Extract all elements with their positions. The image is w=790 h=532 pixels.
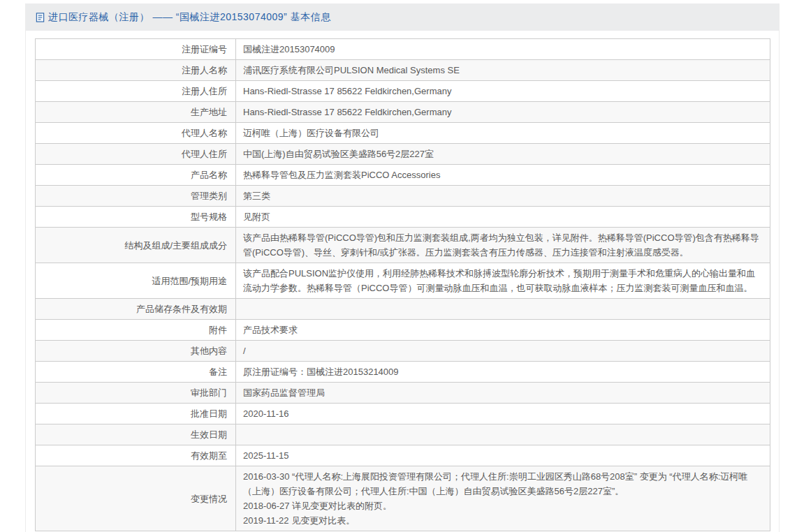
row-value: 国家药品监督管理局 xyxy=(236,383,770,404)
table-row: 变更情况2016-03-30 “代理人名称:上海展阳投资管理有限公司；代理人住所… xyxy=(36,466,770,531)
table-row: 备注原注册证编号：国械注进20153214009 xyxy=(36,362,770,383)
table-row: 注册人名称浦讯医疗系统有限公司PULSION Medical Systems S… xyxy=(36,60,770,81)
table-row: 结构及组成/主要组成成分该产品由热稀释导管(PiCCO导管)包和压力监测套装组成… xyxy=(36,228,770,263)
row-value xyxy=(236,299,770,320)
row-value xyxy=(236,424,770,445)
row-label: 产品名称 xyxy=(36,165,236,186)
table-row: 其他内容/ xyxy=(36,341,770,362)
row-label: 结构及组成/主要组成成分 xyxy=(36,228,236,263)
row-value: 原注册证编号：国械注进20153214009 xyxy=(236,362,770,383)
row-value: 迈柯唯（上海）医疗设备有限公司 xyxy=(236,123,770,144)
registration-info-table: 注册证编号国械注进20153074009注册人名称浦讯医疗系统有限公司PULSI… xyxy=(35,38,770,531)
table-row: 代理人住所中国(上海)自由贸易试验区美盛路56号2层227室 xyxy=(36,144,770,165)
table-row: 注册人住所Hans-Riedl-Strasse 17 85622 Feldkir… xyxy=(36,81,770,102)
row-label: 注册人住所 xyxy=(36,81,236,102)
registration-table-body: 注册证编号国械注进20153074009注册人名称浦讯医疗系统有限公司PULSI… xyxy=(36,39,770,531)
row-label: 注册证编号 xyxy=(36,39,236,60)
row-value: 浦讯医疗系统有限公司PULSION Medical Systems SE xyxy=(236,60,770,81)
row-label: 附件 xyxy=(36,320,236,341)
row-label: 型号规格 xyxy=(36,207,236,228)
table-row: 生效日期 xyxy=(36,424,770,445)
row-label: 有效期至 xyxy=(36,445,236,466)
row-value: 见附页 xyxy=(236,207,770,228)
row-label: 审批部门 xyxy=(36,383,236,404)
table-row: 批准日期2020-11-16 xyxy=(36,404,770,424)
row-label: 批准日期 xyxy=(36,404,236,424)
row-value: 产品技术要求 xyxy=(236,320,770,341)
page-header: 进口医疗器械（注册） —— “国械注进20153074009” 基本信息 xyxy=(26,3,779,31)
row-label: 代理人住所 xyxy=(36,144,236,165)
row-label: 管理类别 xyxy=(36,186,236,207)
page-title: 进口医疗器械（注册） —— “国械注进20153074009” 基本信息 xyxy=(48,11,331,24)
page: 进口医疗器械（注册） —— “国械注进20153074009” 基本信息 注册证… xyxy=(0,0,790,532)
row-label: 备注 xyxy=(36,362,236,383)
table-row: 附件产品技术要求 xyxy=(36,320,770,341)
table-row: 代理人名称迈柯唯（上海）医疗设备有限公司 xyxy=(36,123,770,144)
row-label: 生效日期 xyxy=(36,424,236,445)
table-row: 注册证编号国械注进20153074009 xyxy=(36,39,770,60)
row-value: 2016-03-30 “代理人名称:上海展阳投资管理有限公司；代理人住所:崇明工… xyxy=(236,466,770,531)
row-value: 2025-11-15 xyxy=(236,445,770,466)
row-label: 产品储存条件及有效期 xyxy=(36,299,236,320)
table-row: 生产地址Hans-Riedl-Strasse 17 85622 Feldkirc… xyxy=(36,102,770,123)
row-value: 第三类 xyxy=(236,186,770,207)
document-icon xyxy=(35,12,45,23)
row-value: 热稀释导管包及压力监测套装PiCCO Accessories xyxy=(236,165,770,186)
row-value: 该产品配合PULSION监护仪使用，利用经肺热稀释技术和脉搏波型轮廓分析技术，预… xyxy=(236,263,770,299)
row-value: 2020-11-16 xyxy=(236,404,770,424)
table-row: 审批部门国家药品监督管理局 xyxy=(36,383,770,404)
table-row: 产品储存条件及有效期 xyxy=(36,299,770,320)
row-label: 变更情况 xyxy=(36,466,236,531)
row-label: 适用范围/预期用途 xyxy=(36,263,236,299)
row-value: / xyxy=(236,341,770,362)
value-line: 2018-06-27 详见变更对比表的附页。 xyxy=(243,498,761,513)
row-label: 注册人名称 xyxy=(36,60,236,81)
row-value: 国械注进20153074009 xyxy=(236,39,770,60)
table-row: 适用范围/预期用途该产品配合PULSION监护仪使用，利用经肺热稀释技术和脉搏波… xyxy=(36,263,770,299)
table-row: 管理类别第三类 xyxy=(36,186,770,207)
row-value: 中国(上海)自由贸易试验区美盛路56号2层227室 xyxy=(236,144,770,165)
table-row: 型号规格见附页 xyxy=(36,207,770,228)
row-value: 该产品由热稀释导管(PiCCO导管)包和压力监测套装组成,两者均为独立包装，详见… xyxy=(236,228,770,263)
row-value: Hans-Riedl-Strasse 17 85622 Feldkirchen,… xyxy=(236,81,770,102)
row-value: Hans-Riedl-Strasse 17 85622 Feldkirchen,… xyxy=(236,102,770,123)
row-label: 生产地址 xyxy=(36,102,236,123)
row-label: 代理人名称 xyxy=(36,123,236,144)
row-label: 其他内容 xyxy=(36,341,236,362)
table-row: 有效期至2025-11-15 xyxy=(36,445,770,466)
value-line: 2019-11-22 见变更对比表。 xyxy=(243,513,761,528)
content-panel: 进口医疗器械（注册） —— “国械注进20153074009” 基本信息 注册证… xyxy=(25,3,780,532)
value-line: 2016-03-30 “代理人名称:上海展阳投资管理有限公司；代理人住所:崇明工… xyxy=(243,469,761,498)
table-row: 产品名称热稀释导管包及压力监测套装PiCCO Accessories xyxy=(36,165,770,186)
